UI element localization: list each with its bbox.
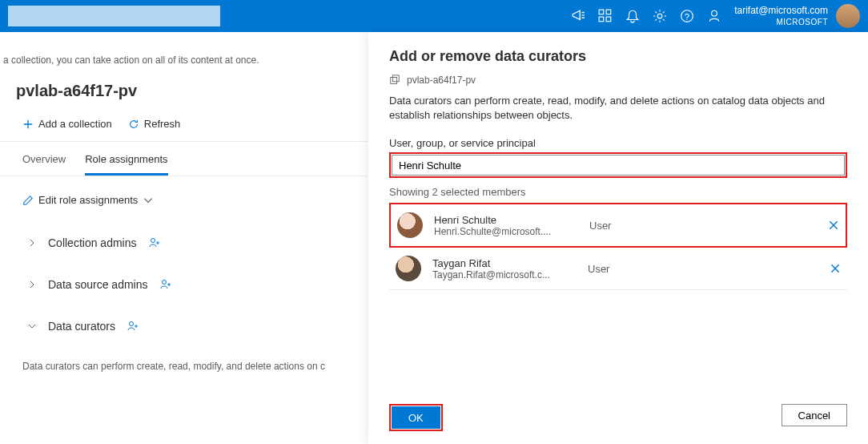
chevron-down-icon bbox=[27, 321, 37, 331]
feedback-icon[interactable] bbox=[707, 9, 721, 23]
top-bar: ? tarifat@microsoft.com MICROSOFT bbox=[0, 0, 868, 32]
member-type: User bbox=[589, 220, 817, 232]
directory-icon[interactable] bbox=[598, 9, 613, 23]
role-list: Collection admins Data source admins Dat… bbox=[0, 214, 368, 355]
flyout-scope-text: pvlab-a64f17-pv bbox=[407, 75, 476, 86]
principal-search-input[interactable] bbox=[392, 155, 845, 176]
chevron-down-icon bbox=[143, 195, 154, 206]
chevron-right-icon bbox=[27, 238, 37, 248]
global-search-input[interactable] bbox=[8, 6, 220, 26]
ok-button[interactable]: OK bbox=[392, 406, 440, 429]
tab-role-assignments[interactable]: Role assignments bbox=[85, 153, 167, 176]
refresh-button[interactable]: Refresh bbox=[128, 118, 181, 130]
chevron-right-icon bbox=[27, 280, 37, 289]
topbar-right: ? tarifat@microsoft.com MICROSOFT bbox=[571, 4, 860, 28]
tabs: Overview Role assignments bbox=[0, 142, 368, 176]
ok-button-highlight: OK bbox=[389, 404, 443, 431]
svg-point-4 bbox=[657, 14, 662, 18]
svg-point-8 bbox=[151, 239, 155, 243]
left-panel: a collection, you can take action on all… bbox=[0, 32, 368, 444]
edit-role-label: Edit role assignments bbox=[38, 194, 138, 206]
account-avatar bbox=[836, 4, 860, 28]
role-data-curators[interactable]: Data curators bbox=[22, 305, 345, 347]
member-row: Henri Schulte Henri.Schulte@microsoft...… bbox=[389, 203, 847, 248]
member-name: Henri Schulte bbox=[434, 214, 578, 226]
refresh-icon bbox=[128, 119, 139, 130]
person-add-icon[interactable] bbox=[148, 236, 161, 249]
svg-point-9 bbox=[162, 281, 166, 285]
announcement-icon[interactable] bbox=[571, 9, 585, 23]
member-avatar bbox=[396, 256, 421, 281]
remove-member-button[interactable] bbox=[828, 220, 839, 231]
tab-overview[interactable]: Overview bbox=[22, 153, 66, 176]
flyout-scope: pvlab-a64f17-pv bbox=[389, 75, 847, 86]
pencil-icon bbox=[22, 195, 34, 206]
role-label: Data curators bbox=[48, 320, 115, 333]
role-collection-admins[interactable]: Collection admins bbox=[22, 222, 345, 264]
member-avatar bbox=[397, 212, 423, 238]
search-field-label: User, group, or service principal bbox=[389, 137, 847, 149]
person-add-icon[interactable] bbox=[127, 320, 139, 333]
flyout-panel: Add or remove data curators pvlab-a64f17… bbox=[368, 32, 868, 444]
role-label: Data source admins bbox=[48, 278, 148, 291]
member-email: Henri.Schulte@microsoft.... bbox=[434, 226, 578, 237]
flyout-footer: OK Cancel bbox=[389, 391, 847, 431]
person-add-icon[interactable] bbox=[159, 278, 172, 291]
flyout-title: Add or remove data curators bbox=[389, 48, 847, 65]
svg-rect-11 bbox=[391, 78, 397, 84]
edit-role-assignments-button[interactable]: Edit role assignments bbox=[0, 176, 368, 214]
add-collection-button[interactable]: Add a collection bbox=[22, 118, 112, 130]
svg-rect-12 bbox=[392, 75, 399, 82]
page-title: pvlab-a64f17-pv bbox=[0, 74, 368, 111]
svg-rect-0 bbox=[599, 10, 604, 14]
svg-rect-3 bbox=[606, 17, 611, 22]
member-name: Taygan Rifat bbox=[432, 257, 577, 269]
member-row: Taygan Rifat Taygan.Rifat@microsoft.c...… bbox=[389, 248, 847, 290]
svg-point-7 bbox=[712, 10, 717, 16]
svg-rect-2 bbox=[599, 17, 604, 22]
role-label: Collection admins bbox=[48, 236, 137, 249]
role-description: Data curators can perform create, read, … bbox=[0, 355, 368, 378]
account-org: MICROSOFT bbox=[734, 17, 828, 27]
svg-text:?: ? bbox=[685, 12, 689, 22]
notification-icon[interactable] bbox=[625, 9, 640, 23]
role-data-source-admins[interactable]: Data source admins bbox=[22, 264, 345, 305]
add-collection-label: Add a collection bbox=[38, 118, 112, 130]
settings-icon[interactable] bbox=[653, 9, 667, 23]
flyout-description: Data curators can perform create, read, … bbox=[389, 94, 847, 123]
showing-count: Showing 2 selected members bbox=[389, 186, 847, 198]
svg-rect-1 bbox=[606, 10, 611, 14]
cancel-button[interactable]: Cancel bbox=[782, 404, 847, 426]
breadcrumb-note: a collection, you can take action on all… bbox=[0, 32, 368, 74]
help-icon[interactable]: ? bbox=[680, 9, 694, 23]
account-email: tarifat@microsoft.com bbox=[734, 5, 828, 18]
collection-toolbar: Add a collection Refresh bbox=[0, 111, 368, 142]
member-type: User bbox=[588, 263, 818, 275]
account-control[interactable]: tarifat@microsoft.com MICROSOFT bbox=[734, 4, 860, 28]
member-email: Taygan.Rifat@microsoft.c... bbox=[432, 269, 577, 281]
plus-icon bbox=[22, 119, 34, 130]
search-input-highlight bbox=[389, 152, 847, 178]
collection-icon bbox=[389, 75, 400, 86]
remove-member-button[interactable] bbox=[830, 263, 841, 274]
svg-point-10 bbox=[130, 322, 134, 326]
refresh-label: Refresh bbox=[144, 118, 181, 130]
